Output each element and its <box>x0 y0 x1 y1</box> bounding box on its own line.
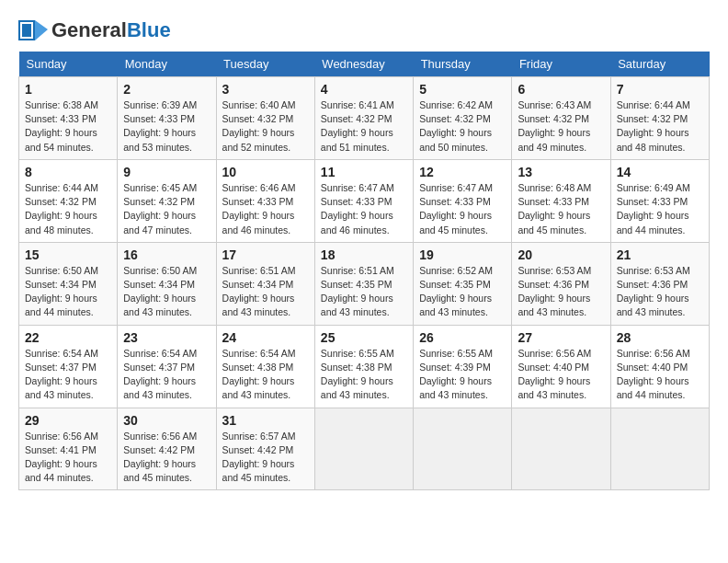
logo-icon <box>18 20 48 40</box>
day-info: Sunrise: 6:45 AM Sunset: 4:32 PM Dayligh… <box>123 181 210 237</box>
calendar-cell: 22 Sunrise: 6:54 AM Sunset: 4:37 PM Dayl… <box>19 325 118 408</box>
calendar-week-5: 29 Sunrise: 6:56 AM Sunset: 4:41 PM Dayl… <box>19 408 710 490</box>
day-number: 24 <box>222 330 309 345</box>
day-info: Sunrise: 6:43 AM Sunset: 4:32 PM Dayligh… <box>518 98 604 155</box>
calendar-week-2: 8 Sunrise: 6:44 AM Sunset: 4:32 PM Dayli… <box>19 159 710 242</box>
day-info: Sunrise: 6:51 AM Sunset: 4:34 PM Dayligh… <box>222 264 309 320</box>
logo: GeneralBlue <box>18 18 171 42</box>
day-info: Sunrise: 6:40 AM Sunset: 4:32 PM Dayligh… <box>222 98 309 155</box>
page-header: GeneralBlue <box>18 18 710 42</box>
day-number: 3 <box>222 82 309 97</box>
day-info: Sunrise: 6:50 AM Sunset: 4:34 PM Dayligh… <box>25 264 111 320</box>
day-info: Sunrise: 6:56 AM Sunset: 4:42 PM Dayligh… <box>123 430 210 486</box>
calendar-cell: 27 Sunrise: 6:56 AM Sunset: 4:40 PM Dayl… <box>512 325 610 408</box>
calendar-cell <box>414 408 512 490</box>
calendar-cell: 30 Sunrise: 6:56 AM Sunset: 4:42 PM Dayl… <box>118 408 216 490</box>
day-info: Sunrise: 6:53 AM Sunset: 4:36 PM Dayligh… <box>617 264 703 320</box>
day-info: Sunrise: 6:47 AM Sunset: 4:33 PM Dayligh… <box>321 181 407 237</box>
calendar-cell: 8 Sunrise: 6:44 AM Sunset: 4:32 PM Dayli… <box>19 159 118 242</box>
day-info: Sunrise: 6:53 AM Sunset: 4:36 PM Dayligh… <box>518 264 604 320</box>
day-number: 5 <box>419 82 506 97</box>
day-number: 17 <box>222 247 309 262</box>
calendar-cell: 5 Sunrise: 6:42 AM Sunset: 4:32 PM Dayli… <box>414 77 512 160</box>
column-header-monday: Monday <box>118 52 216 77</box>
day-info: Sunrise: 6:56 AM Sunset: 4:41 PM Dayligh… <box>25 430 111 486</box>
svg-rect-3 <box>22 24 31 37</box>
calendar-cell: 23 Sunrise: 6:54 AM Sunset: 4:37 PM Dayl… <box>118 325 216 408</box>
calendar-cell: 15 Sunrise: 6:50 AM Sunset: 4:34 PM Dayl… <box>19 242 118 325</box>
day-info: Sunrise: 6:56 AM Sunset: 4:40 PM Dayligh… <box>518 347 604 403</box>
calendar-cell: 6 Sunrise: 6:43 AM Sunset: 4:32 PM Dayli… <box>512 77 610 160</box>
day-number: 22 <box>25 330 111 345</box>
day-number: 21 <box>617 247 703 262</box>
calendar-cell: 19 Sunrise: 6:52 AM Sunset: 4:35 PM Dayl… <box>414 242 512 325</box>
logo-text: GeneralBlue <box>51 18 171 42</box>
day-number: 9 <box>123 165 210 179</box>
column-header-wednesday: Wednesday <box>314 52 413 77</box>
day-info: Sunrise: 6:44 AM Sunset: 4:32 PM Dayligh… <box>617 98 703 155</box>
day-number: 10 <box>222 165 309 179</box>
day-number: 16 <box>123 247 210 262</box>
day-number: 19 <box>419 247 506 262</box>
calendar-cell: 11 Sunrise: 6:47 AM Sunset: 4:33 PM Dayl… <box>314 159 413 242</box>
calendar-week-3: 15 Sunrise: 6:50 AM Sunset: 4:34 PM Dayl… <box>19 242 710 325</box>
calendar-cell: 16 Sunrise: 6:50 AM Sunset: 4:34 PM Dayl… <box>118 242 216 325</box>
day-number: 26 <box>419 330 506 345</box>
day-number: 11 <box>321 165 407 179</box>
calendar-week-1: 1 Sunrise: 6:38 AM Sunset: 4:33 PM Dayli… <box>19 77 710 160</box>
day-number: 23 <box>123 330 210 345</box>
day-info: Sunrise: 6:54 AM Sunset: 4:37 PM Dayligh… <box>123 347 210 403</box>
calendar-cell: 2 Sunrise: 6:39 AM Sunset: 4:33 PM Dayli… <box>118 77 216 160</box>
column-header-friday: Friday <box>512 52 610 77</box>
day-number: 13 <box>518 165 604 179</box>
day-info: Sunrise: 6:41 AM Sunset: 4:32 PM Dayligh… <box>321 98 407 155</box>
column-header-saturday: Saturday <box>610 52 709 77</box>
day-number: 1 <box>25 82 111 97</box>
day-info: Sunrise: 6:51 AM Sunset: 4:35 PM Dayligh… <box>321 264 407 320</box>
day-number: 20 <box>518 247 604 262</box>
day-info: Sunrise: 6:55 AM Sunset: 4:39 PM Dayligh… <box>419 347 506 403</box>
svg-marker-1 <box>35 20 48 40</box>
day-info: Sunrise: 6:54 AM Sunset: 4:37 PM Dayligh… <box>25 347 111 403</box>
day-number: 8 <box>25 165 111 179</box>
day-info: Sunrise: 6:46 AM Sunset: 4:33 PM Dayligh… <box>222 181 309 237</box>
day-number: 29 <box>25 413 111 428</box>
column-header-tuesday: Tuesday <box>216 52 314 77</box>
calendar-cell: 29 Sunrise: 6:56 AM Sunset: 4:41 PM Dayl… <box>19 408 118 490</box>
day-number: 15 <box>25 247 111 262</box>
day-info: Sunrise: 6:54 AM Sunset: 4:38 PM Dayligh… <box>222 347 309 403</box>
calendar-cell: 4 Sunrise: 6:41 AM Sunset: 4:32 PM Dayli… <box>314 77 413 160</box>
calendar-cell: 10 Sunrise: 6:46 AM Sunset: 4:33 PM Dayl… <box>216 159 314 242</box>
column-header-thursday: Thursday <box>414 52 512 77</box>
calendar-cell: 20 Sunrise: 6:53 AM Sunset: 4:36 PM Dayl… <box>512 242 610 325</box>
calendar-cell: 25 Sunrise: 6:55 AM Sunset: 4:38 PM Dayl… <box>314 325 413 408</box>
day-number: 25 <box>321 330 407 345</box>
calendar-cell: 21 Sunrise: 6:53 AM Sunset: 4:36 PM Dayl… <box>610 242 709 325</box>
calendar-cell: 18 Sunrise: 6:51 AM Sunset: 4:35 PM Dayl… <box>314 242 413 325</box>
calendar-cell: 13 Sunrise: 6:48 AM Sunset: 4:33 PM Dayl… <box>512 159 610 242</box>
calendar-cell <box>512 408 610 490</box>
calendar-header-row: SundayMondayTuesdayWednesdayThursdayFrid… <box>19 52 710 77</box>
calendar-cell: 12 Sunrise: 6:47 AM Sunset: 4:33 PM Dayl… <box>414 159 512 242</box>
day-info: Sunrise: 6:50 AM Sunset: 4:34 PM Dayligh… <box>123 264 210 320</box>
day-info: Sunrise: 6:56 AM Sunset: 4:40 PM Dayligh… <box>617 347 703 403</box>
day-info: Sunrise: 6:38 AM Sunset: 4:33 PM Dayligh… <box>25 98 111 155</box>
calendar-cell: 24 Sunrise: 6:54 AM Sunset: 4:38 PM Dayl… <box>216 325 314 408</box>
day-info: Sunrise: 6:47 AM Sunset: 4:33 PM Dayligh… <box>419 181 506 237</box>
day-info: Sunrise: 6:49 AM Sunset: 4:33 PM Dayligh… <box>617 181 703 237</box>
calendar-cell: 28 Sunrise: 6:56 AM Sunset: 4:40 PM Dayl… <box>610 325 709 408</box>
column-header-sunday: Sunday <box>19 52 118 77</box>
day-info: Sunrise: 6:42 AM Sunset: 4:32 PM Dayligh… <box>419 98 506 155</box>
calendar-week-4: 22 Sunrise: 6:54 AM Sunset: 4:37 PM Dayl… <box>19 325 710 408</box>
day-info: Sunrise: 6:52 AM Sunset: 4:35 PM Dayligh… <box>419 264 506 320</box>
calendar-cell <box>314 408 413 490</box>
day-number: 18 <box>321 247 407 262</box>
day-info: Sunrise: 6:55 AM Sunset: 4:38 PM Dayligh… <box>321 347 407 403</box>
calendar-cell: 9 Sunrise: 6:45 AM Sunset: 4:32 PM Dayli… <box>118 159 216 242</box>
calendar-cell: 14 Sunrise: 6:49 AM Sunset: 4:33 PM Dayl… <box>610 159 709 242</box>
day-number: 6 <box>518 82 604 97</box>
calendar-cell: 26 Sunrise: 6:55 AM Sunset: 4:39 PM Dayl… <box>414 325 512 408</box>
calendar-cell: 1 Sunrise: 6:38 AM Sunset: 4:33 PM Dayli… <box>19 77 118 160</box>
day-number: 27 <box>518 330 604 345</box>
day-info: Sunrise: 6:44 AM Sunset: 4:32 PM Dayligh… <box>25 181 111 237</box>
